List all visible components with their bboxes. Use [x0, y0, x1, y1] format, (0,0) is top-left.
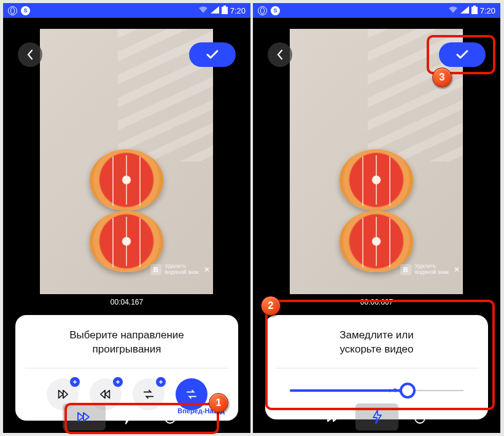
status-bar: S 7:20	[3, 3, 250, 18]
shazam-icon: S	[271, 6, 280, 15]
tab-speed[interactable]	[355, 403, 398, 430]
badge-icon	[113, 377, 123, 387]
tab-speed[interactable]	[106, 403, 149, 430]
svg-rect-0	[222, 7, 228, 14]
remove-watermark-chip[interactable]: B Удалитьводяной знак ✕	[150, 263, 210, 276]
confirm-button[interactable]	[189, 42, 236, 67]
bottom-tabs	[253, 401, 500, 433]
timestamp: 00:06.667	[253, 298, 500, 306]
close-icon[interactable]: ✕	[204, 265, 210, 274]
svg-rect-1	[223, 6, 226, 7]
shazam-icon: S	[21, 6, 30, 15]
signal-icon	[211, 6, 219, 15]
opera-icon	[8, 6, 17, 15]
annotation-3: 3	[432, 68, 452, 87]
badge-icon	[70, 377, 80, 387]
watermark-label: Удалитьводяной знак	[415, 263, 449, 276]
remove-watermark-chip[interactable]: B Удалитьводяной знак ✕	[400, 263, 460, 276]
status-bar: S 7:20	[253, 3, 500, 18]
watermark-label: Удалитьводяной знак	[165, 263, 199, 276]
badge-icon	[156, 377, 166, 387]
svg-rect-4	[473, 6, 476, 7]
watermark-b-icon: B	[150, 264, 161, 275]
watermark-b-icon: B	[400, 264, 411, 275]
wifi-icon	[448, 6, 458, 15]
annotation-1: 1	[209, 393, 228, 413]
tab-direction[interactable]	[312, 403, 355, 430]
signal-icon	[460, 6, 469, 15]
back-button[interactable]	[18, 42, 42, 67]
speed-slider[interactable]	[290, 378, 463, 403]
wifi-icon	[198, 6, 208, 15]
tab-timer[interactable]	[398, 403, 441, 430]
clock: 7:20	[230, 6, 246, 15]
phone-right: S 7:20 B Удалитьводян	[253, 3, 500, 433]
phone-left: S 7:20 B Удалитьводян	[3, 3, 250, 433]
slider-thumb[interactable]	[400, 383, 416, 399]
close-icon[interactable]: ✕	[454, 265, 460, 274]
card-title: Замедлите или ускорьте видео	[275, 329, 478, 357]
clock: 7:20	[480, 6, 495, 15]
card-title: Выберите направление проигрывания	[25, 329, 228, 357]
tab-direction[interactable]	[63, 403, 106, 430]
tab-timer[interactable]	[149, 403, 192, 430]
back-button[interactable]	[268, 42, 292, 67]
confirm-button[interactable]	[439, 42, 486, 67]
battery-icon	[222, 6, 228, 16]
timestamp: 00:04.167	[3, 298, 250, 306]
svg-rect-3	[471, 7, 478, 14]
video-preview[interactable]	[40, 29, 213, 294]
annotation-2: 2	[261, 296, 281, 316]
battery-icon	[471, 6, 478, 16]
opera-icon	[258, 6, 267, 15]
